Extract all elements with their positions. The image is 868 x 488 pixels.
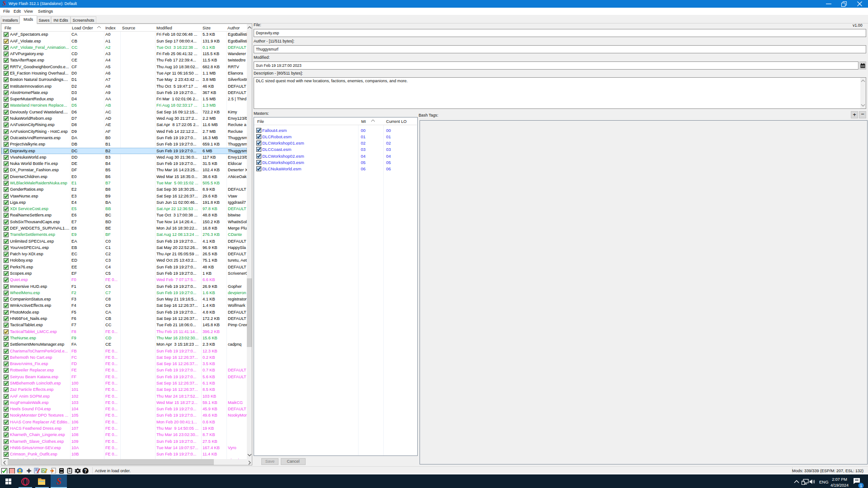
- svg-text:?: ?: [84, 469, 87, 474]
- svg-text:1: 1: [860, 483, 862, 488]
